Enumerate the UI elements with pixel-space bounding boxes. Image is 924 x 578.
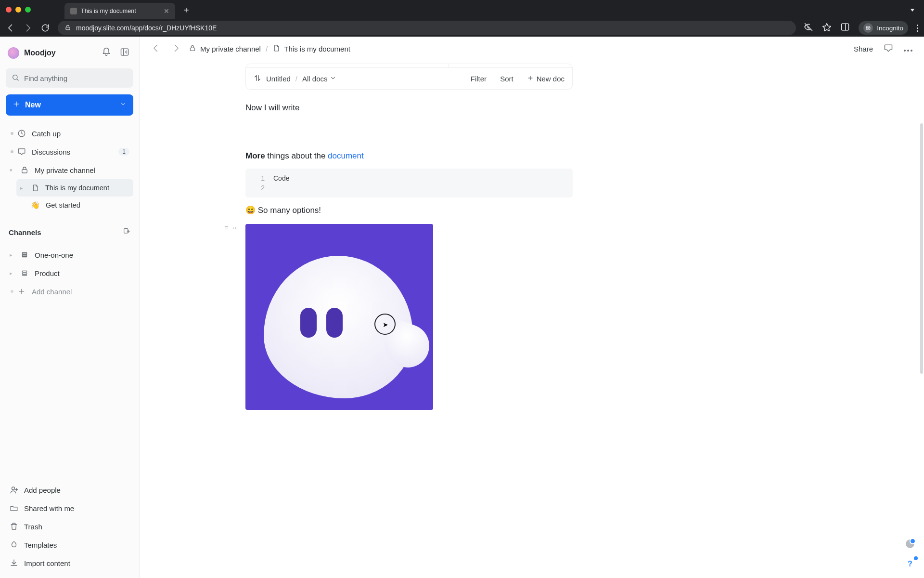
new-button[interactable]: New <box>6 94 133 116</box>
chevron-right-icon[interactable]: ▸ <box>10 252 14 258</box>
footer-label: Shared with me <box>24 504 74 512</box>
chevron-down-icon[interactable]: ▾ <box>10 167 14 173</box>
footer-templates[interactable]: Templates <box>6 536 133 554</box>
doc-list-untitled[interactable]: Untitled <box>266 75 291 83</box>
sort-button[interactable]: Sort <box>500 75 513 83</box>
sidebar-item-private-channel[interactable]: ▾ My private channel <box>6 161 133 179</box>
tab-bar: This is my document ✕ ＋ ▾ <box>0 0 924 19</box>
line-number: 1 <box>245 174 265 182</box>
chevron-right-icon[interactable]: ▸ <box>10 270 14 276</box>
footer-shared[interactable]: Shared with me <box>6 499 133 517</box>
document[interactable]: Untitled / All docs Filter Sort New doc … <box>245 62 573 410</box>
footer-trash[interactable]: Trash <box>6 517 133 536</box>
bold-text: More <box>245 151 265 160</box>
resize-handle-icon[interactable]: ↔ <box>231 224 238 232</box>
sidebar-item-label: This is my document <box>45 184 109 192</box>
browser-tab[interactable]: This is my document ✕ <box>64 3 175 19</box>
svg-rect-21 <box>22 273 26 274</box>
panel-icon[interactable] <box>840 22 850 34</box>
stack-icon <box>20 251 29 259</box>
footer-add-people[interactable]: Add people <box>6 481 133 499</box>
status-dot-icon <box>11 132 13 135</box>
history-forward-button[interactable] <box>168 41 184 57</box>
close-window-icon[interactable] <box>6 7 12 13</box>
close-tab-icon[interactable]: ✕ <box>164 7 169 15</box>
new-doc-button[interactable]: New doc <box>527 75 565 83</box>
doc-list-filter-dropdown[interactable]: All docs <box>302 75 336 83</box>
stack-icon <box>20 269 29 277</box>
footer-label: Trash <box>24 523 42 531</box>
new-doc-label: New doc <box>537 75 565 83</box>
breadcrumb[interactable]: My private channel <box>189 44 261 53</box>
forward-button[interactable] <box>23 23 33 33</box>
comment-icon[interactable] <box>881 40 896 58</box>
channel-one-on-one[interactable]: ▸ One-on-one <box>6 246 133 264</box>
sidebar-item-catch-up[interactable]: Catch up <box>6 124 133 143</box>
wave-emoji-icon: 👋 <box>31 201 40 210</box>
sidebar-doc-current[interactable]: ▸ This is my document <box>16 179 133 197</box>
paragraph[interactable]: Now I will write <box>245 103 573 113</box>
workspace-switcher[interactable]: Moodjoy <box>6 42 133 64</box>
breadcrumb[interactable]: This is my document <box>272 44 350 53</box>
chevron-right-icon[interactable]: ▸ <box>20 185 25 191</box>
paragraph[interactable]: More things about the document <box>245 151 573 161</box>
workspace-logo-icon <box>8 47 19 59</box>
help-button[interactable]: ? <box>905 559 915 569</box>
sidebar-doc-get-started[interactable]: 👋 Get started <box>16 197 133 214</box>
sort-icon <box>254 74 261 83</box>
window-controls[interactable] <box>6 7 31 13</box>
drag-handle-icon[interactable]: ≡ <box>224 224 228 232</box>
star-icon[interactable] <box>822 22 832 34</box>
main: My private channel / This is my document… <box>140 37 924 578</box>
more-menu-icon[interactable] <box>901 42 915 56</box>
incognito-icon <box>863 23 873 33</box>
svg-rect-18 <box>22 254 26 256</box>
collapse-sidebar-icon[interactable] <box>118 45 131 61</box>
chat-icon <box>17 147 26 156</box>
url-field[interactable]: moodjoy.slite.com/app/docs/r_DHzUYfHSK10… <box>58 21 796 35</box>
filter-button[interactable]: Filter <box>471 75 487 83</box>
new-tab-button[interactable]: ＋ <box>182 4 191 15</box>
share-button[interactable]: Share <box>854 45 873 53</box>
presence-avatar-icon[interactable] <box>906 539 914 548</box>
add-channel-icon[interactable] <box>123 227 130 237</box>
maximize-window-icon[interactable] <box>25 7 31 13</box>
add-channel[interactable]: Add channel <box>6 282 133 301</box>
status-dot-icon <box>11 290 13 293</box>
code-text: Code <box>273 174 289 182</box>
templates-icon <box>10 540 18 549</box>
svg-rect-6 <box>121 49 128 55</box>
line-number: 2 <box>245 184 265 192</box>
back-button[interactable] <box>6 23 15 33</box>
channel-product[interactable]: ▸ Product <box>6 264 133 282</box>
tabs-overflow-icon[interactable]: ▾ <box>911 6 914 13</box>
scrollbar[interactable] <box>920 123 923 374</box>
svg-line-9 <box>17 79 18 80</box>
import-icon <box>10 559 18 567</box>
lock-icon <box>189 44 196 53</box>
search-input[interactable]: Find anything <box>6 68 133 88</box>
incognito-badge[interactable]: Incognito <box>859 21 908 35</box>
link-text[interactable]: document <box>328 151 364 160</box>
code-block[interactable]: 1Code 2 <box>245 169 573 197</box>
image[interactable]: ➤ <box>245 224 433 410</box>
eye-off-icon[interactable] <box>804 22 813 34</box>
image-block[interactable]: ≡ ↔ ➤ <box>245 224 573 410</box>
block-handles[interactable]: ≡ ↔ <box>224 224 238 232</box>
document-icon <box>31 184 39 192</box>
user-plus-icon <box>10 486 18 494</box>
doc-list-bar: Untitled / All docs Filter Sort New doc <box>246 68 572 89</box>
bell-icon[interactable] <box>100 45 113 61</box>
browser-menu-icon[interactable] <box>917 25 918 32</box>
lock-icon <box>20 166 29 174</box>
topbar: My private channel / This is my document… <box>140 37 924 62</box>
svg-rect-20 <box>22 271 26 272</box>
paragraph[interactable]: 😄 So many options! <box>245 205 573 215</box>
history-back-button[interactable] <box>148 41 164 57</box>
lock-icon <box>64 24 71 32</box>
footer-import[interactable]: Import content <box>6 554 133 572</box>
minimize-window-icon[interactable] <box>15 7 21 13</box>
reload-button[interactable] <box>40 23 50 33</box>
chevron-down-icon[interactable] <box>120 101 127 109</box>
sidebar-item-discussions[interactable]: Discussions 1 <box>6 143 133 161</box>
